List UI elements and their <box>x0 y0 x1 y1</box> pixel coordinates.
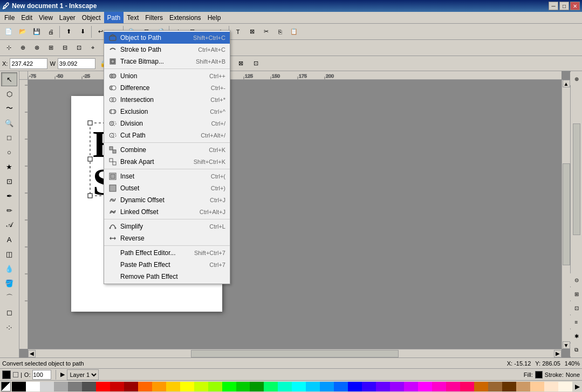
menu-extensions[interactable]: Extensions <box>166 12 204 23</box>
menu-item-union[interactable]: Union Ctrl++ <box>104 70 230 82</box>
color-swatch-3[interactable] <box>54 382 68 391</box>
color-swatch-2[interactable] <box>40 382 54 391</box>
zoom-tool[interactable]: 🔍 <box>1 116 17 130</box>
hscroll-track[interactable] <box>36 350 554 357</box>
hscroll-thumb[interactable] <box>191 350 398 357</box>
color-swatch-12[interactable] <box>180 382 194 391</box>
menu-item-stroke-to-path[interactable]: Stroke to Path Ctrl+Alt+C <box>104 44 230 56</box>
minimize-button[interactable]: ─ <box>549 2 558 10</box>
x-input[interactable] <box>10 58 47 69</box>
menu-item-intersection[interactable]: Intersection Ctrl+* <box>104 94 230 106</box>
pen-tool[interactable]: ✒ <box>1 189 17 203</box>
menu-item-remove-path-effect[interactable]: Remove Path Effect <box>104 271 230 283</box>
text-tool[interactable]: A <box>1 232 17 246</box>
select-tool[interactable]: ↖ <box>1 72 17 86</box>
copy-tb[interactable]: ⎘ <box>273 25 286 38</box>
menu-item-outset[interactable]: Outset Ctrl+) <box>104 182 230 194</box>
spray-tool[interactable]: ·:· <box>1 320 17 334</box>
calligraphy-tool[interactable]: 𝒜 <box>1 218 17 232</box>
select-all[interactable]: ⊠ <box>245 25 258 38</box>
hscrollbar[interactable]: ◀ ▶ <box>28 349 562 357</box>
color-scroll-right[interactable]: ▶ <box>572 382 582 391</box>
color-swatch-28[interactable] <box>404 382 418 391</box>
color-swatch-37[interactable] <box>530 382 544 391</box>
menu-item-object-to-path[interactable]: Object to Path Shift+Ctrl+C <box>104 32 230 44</box>
color-swatch-22[interactable] <box>320 382 334 391</box>
w-input[interactable] <box>58 58 95 69</box>
paint-bucket[interactable]: 🪣 <box>1 276 17 290</box>
hscroll-left[interactable]: ◀ <box>28 350 36 357</box>
color-swatch-23[interactable] <box>334 382 348 391</box>
gradient-tool[interactable]: ◫ <box>1 247 17 261</box>
menu-item-division[interactable]: Division Ctrl+/ <box>104 118 230 129</box>
color-swatch-33[interactable] <box>474 382 488 391</box>
color-swatch-14[interactable] <box>208 382 222 391</box>
maximize-button[interactable]: □ <box>559 2 569 10</box>
stroke-indicator[interactable] <box>13 372 18 377</box>
color-swatch-38[interactable] <box>544 382 558 391</box>
layer-select[interactable]: Layer 1 <box>67 369 99 380</box>
color-swatch-29[interactable] <box>418 382 432 391</box>
snap-btn-2[interactable]: ⊕ <box>16 42 29 54</box>
color-swatch-34[interactable] <box>488 382 502 391</box>
color-swatch-5[interactable] <box>82 382 96 391</box>
tweak-tool[interactable]: 〜 <box>1 101 17 115</box>
menu-item-path-effect-editor[interactable]: Path Effect Editor... Shift+Ctrl+7 <box>104 247 230 259</box>
star-tool[interactable]: ★ <box>1 160 17 174</box>
color-swatch-35[interactable] <box>502 382 516 391</box>
menu-item-simplify[interactable]: Simplify Ctrl+L <box>104 221 230 232</box>
color-swatch-17[interactable] <box>250 382 264 391</box>
dropper-tool[interactable]: 💧 <box>1 262 17 276</box>
menu-layer[interactable]: Layer <box>56 12 79 23</box>
menu-item-exclusion[interactable]: Exclusion Ctrl+^ <box>104 106 230 118</box>
snap-btn-3[interactable]: ⊗ <box>30 42 43 54</box>
snap-btn-6[interactable]: ⊡ <box>72 42 85 54</box>
color-swatch-30[interactable] <box>432 382 446 391</box>
pencil-tool[interactable]: ✏ <box>1 203 17 217</box>
right-panel-btn-5[interactable]: ≡ <box>570 315 583 328</box>
open-button[interactable]: 📂 <box>16 25 29 38</box>
vscroll-up[interactable]: ▲ <box>563 80 570 87</box>
menu-item-cut-path[interactable]: Cut Path Ctrl+Alt+/ <box>104 129 230 141</box>
menu-item-linked-offset[interactable]: Linked Offset Ctrl+Alt+J <box>104 206 230 218</box>
menu-view[interactable]: View <box>36 12 56 23</box>
right-panel-btn-1[interactable]: ⊕ <box>570 72 583 85</box>
color-swatch-0[interactable] <box>12 382 26 391</box>
vscroll-thumb[interactable] <box>563 163 570 265</box>
eraser-tool[interactable]: ◻ <box>1 305 17 319</box>
color-swatch-15[interactable] <box>222 382 236 391</box>
hscroll-right[interactable]: ▶ <box>554 350 562 357</box>
export-button[interactable]: ⬇ <box>76 25 89 38</box>
color-swatch-13[interactable] <box>194 382 208 391</box>
text-tool-tb[interactable]: T <box>231 25 244 38</box>
vscroll-down[interactable]: ▼ <box>563 341 570 349</box>
snap-btn-5[interactable]: ⊟ <box>58 42 71 54</box>
circle-tool[interactable]: ○ <box>1 145 17 159</box>
color-swatch-26[interactable] <box>376 382 390 391</box>
affect-btn-3[interactable]: ⊠ <box>235 57 248 70</box>
transparent-swatch[interactable] <box>1 382 11 391</box>
color-swatch-32[interactable] <box>460 382 474 391</box>
color-swatch-27[interactable] <box>390 382 404 391</box>
menu-filters[interactable]: Filters <box>142 12 166 23</box>
menu-text[interactable]: Text <box>124 12 142 23</box>
menu-item-inset[interactable]: Inset Ctrl+( <box>104 170 230 182</box>
menu-item-paste-path-effect[interactable]: Paste Path Effect Ctrl+7 <box>104 259 230 271</box>
right-panel-btn-3[interactable]: ⊞ <box>570 287 583 300</box>
right-panel-btn-6[interactable]: ✱ <box>570 329 583 342</box>
menu-item-combine[interactable]: Combine Ctrl+K <box>104 144 230 156</box>
color-swatch-9[interactable] <box>138 382 152 391</box>
vscrollbar[interactable]: ▲ ▼ <box>562 80 570 349</box>
color-swatch-24[interactable] <box>348 382 362 391</box>
affect-btn-4[interactable]: ⊡ <box>250 57 263 70</box>
menu-file[interactable]: File <box>1 12 18 23</box>
color-swatch-39[interactable] <box>558 382 572 391</box>
color-swatch-1[interactable] <box>26 382 40 391</box>
color-swatch-16[interactable] <box>236 382 250 391</box>
vscroll-track[interactable] <box>563 87 570 341</box>
color-swatch-7[interactable] <box>110 382 124 391</box>
color-swatch-6[interactable] <box>96 382 110 391</box>
color-swatch-19[interactable] <box>278 382 292 391</box>
menu-item-dynamic-offset[interactable]: Dynamic Offset Ctrl+J <box>104 194 230 206</box>
menu-item-reverse[interactable]: Reverse <box>104 232 230 244</box>
